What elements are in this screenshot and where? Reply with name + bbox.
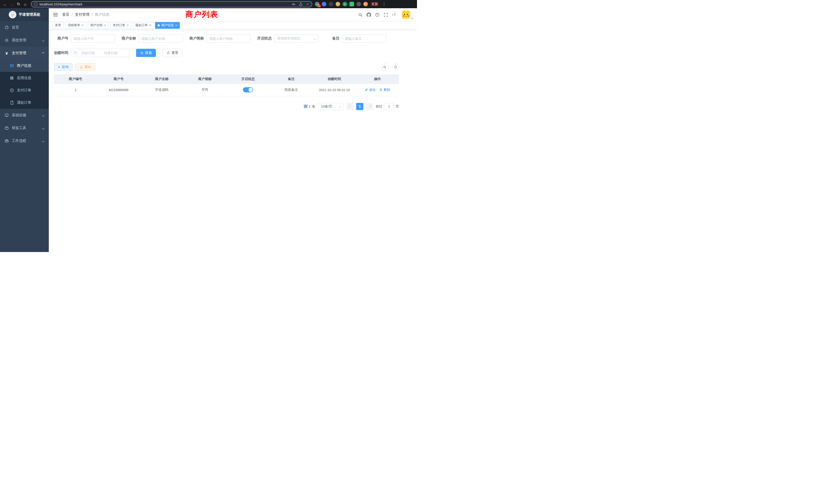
date-range-picker[interactable]: - [71, 49, 129, 57]
home-icon[interactable]: ⌂ [22, 1, 28, 7]
help-icon[interactable] [375, 12, 379, 17]
remark-input[interactable] [342, 35, 386, 43]
extension-icon-6[interactable] [349, 2, 354, 6]
browser-menu-icon[interactable]: ⋮ [381, 2, 387, 6]
sidebar-label: 应用信息 [17, 76, 31, 80]
bank-card-icon [10, 64, 14, 68]
prev-page-button[interactable] [346, 103, 354, 110]
filter-row-1: 商户号 商户全称 商户简称 开启状态 请选择开启状态 [54, 35, 399, 43]
key-icon[interactable] [292, 2, 296, 6]
sidebar-item-home[interactable]: 首页 [0, 21, 49, 34]
tab-user-group[interactable]: 用户分组× [88, 22, 109, 29]
payment-submenu: 商户信息 应用信息 支付订单 退款订单 [0, 60, 49, 109]
close-icon[interactable]: × [104, 24, 106, 27]
sidebar-item-pay-order[interactable]: 支付订单 [0, 84, 49, 96]
table-header-row: 商户编号 商户号 商户全称 商户简称 开启状态 备注 创建时间 操作 [54, 74, 399, 84]
tab-merchant-info[interactable]: 商户信息× [155, 22, 180, 29]
edit-link[interactable]: 修改 [365, 88, 376, 92]
delete-link-label: 删除 [383, 88, 390, 92]
tab-home[interactable]: 首页 [52, 22, 64, 29]
chevron-down-icon [313, 37, 316, 40]
app-logo[interactable]: 芋道管理系统 [0, 8, 49, 21]
sidebar-label: 支付管理 [12, 51, 26, 55]
merchant-no-input[interactable] [71, 35, 115, 43]
search-icon[interactable] [358, 12, 363, 17]
status-toggle[interactable] [243, 87, 253, 92]
breadcrumb-home[interactable]: 首页 [62, 12, 69, 17]
update-button[interactable]: 更新 [371, 2, 378, 6]
fullscreen-icon[interactable] [383, 12, 388, 17]
page-size-select[interactable]: 10条/页 [318, 103, 344, 110]
chevron-left-icon [349, 105, 351, 108]
close-icon[interactable]: × [127, 24, 129, 27]
tab-pay-order[interactable]: 支付订单× [110, 22, 131, 29]
reload-icon[interactable]: ↻ [16, 1, 22, 7]
page-number-1[interactable]: 1 [356, 103, 363, 110]
export-button[interactable]: 导出 [75, 63, 95, 71]
filter-remark: 备注 [325, 35, 386, 43]
browser-chrome: ← → ↻ ⌂ i localhost:1024/pay/merchant ☆ … [0, 0, 417, 8]
short-name-input[interactable] [206, 35, 250, 43]
sidebar-item-devtools[interactable]: 研发工具 [0, 122, 49, 135]
extension-icon-3[interactable] [329, 2, 333, 6]
sidebar-item-payment[interactable]: ¥ 支付管理 [0, 47, 49, 60]
field-label: 开启状态 [257, 36, 272, 41]
url-bar[interactable]: i localhost:1024/pay/merchant ☆ [31, 1, 312, 7]
close-icon[interactable]: × [149, 24, 151, 27]
tab-refund-order[interactable]: 退款订单× [133, 22, 154, 29]
sidebar-item-refund-order[interactable]: 退款订单 [0, 96, 49, 109]
cell-remark: 我是备注 [270, 84, 313, 96]
browser-window: ← → ↻ ⌂ i localhost:1024/pay/merchant ☆ … [0, 0, 417, 252]
search-button[interactable]: 搜索 [136, 49, 156, 57]
status-select[interactable]: 请选择开启状态 [274, 35, 319, 43]
bookmark-star-icon[interactable]: ☆ [306, 2, 309, 6]
start-date-input [79, 51, 97, 55]
goto-page-input[interactable] [384, 103, 394, 110]
total-prefix: 共 [304, 105, 308, 108]
extension-icon-4[interactable] [336, 2, 340, 6]
sidebar-item-workflow[interactable]: 工作流程 [0, 135, 49, 147]
svg-text:T: T [392, 14, 393, 17]
delete-link[interactable]: 删除 [379, 88, 390, 92]
back-icon[interactable]: ← [2, 1, 8, 7]
sidebar-item-merchant-info[interactable]: 商户信息 [0, 60, 49, 72]
full-name-input[interactable] [139, 35, 183, 43]
close-icon[interactable]: × [175, 24, 177, 27]
sidebar-item-app-info[interactable]: 应用信息 [0, 72, 49, 84]
search-icon [383, 65, 387, 69]
refresh-table-button[interactable] [392, 63, 399, 71]
share-icon[interactable] [299, 2, 303, 6]
add-button[interactable]: + 新增 [54, 63, 72, 71]
clock-order-icon [10, 88, 14, 92]
extension-icon-7[interactable] [356, 2, 361, 6]
tab-process-form[interactable]: 流程表单× [65, 22, 86, 29]
extension-icon-2[interactable] [322, 2, 326, 6]
user-menu[interactable] [402, 10, 413, 19]
next-page-button[interactable] [366, 103, 373, 110]
extension-icon-5[interactable]: ✓ [343, 2, 347, 6]
forward-icon[interactable]: → [9, 1, 15, 7]
breadcrumb-separator: / [72, 13, 73, 17]
font-size-icon[interactable]: TT [392, 12, 396, 17]
extension-icon-8[interactable] [363, 2, 368, 6]
breadcrumb-payment[interactable]: 支付管理 [75, 12, 89, 17]
main-area: 首页 / 支付管理 / 商户信息 TT [49, 8, 417, 252]
extension-badge: 10 [317, 5, 321, 7]
sidebar-label: 商户信息 [17, 63, 31, 68]
tab-label: 流程表单 [68, 23, 80, 27]
reset-button[interactable]: 重置 [162, 49, 182, 57]
sidebar-item-infra[interactable]: 基础设施 [0, 109, 49, 122]
tab-label: 退款订单 [135, 23, 148, 27]
reset-button-label: 重置 [172, 50, 178, 55]
info-icon[interactable]: i [34, 2, 38, 6]
sidebar-item-system[interactable]: 系统管理 [0, 34, 49, 47]
navbar-actions: TT [358, 10, 413, 19]
github-icon[interactable] [367, 12, 371, 17]
url-bar-actions: ☆ [292, 2, 309, 6]
extension-icon-1[interactable]: 10 [315, 2, 320, 6]
toggle-search-button[interactable] [381, 63, 388, 71]
close-icon[interactable]: × [82, 24, 84, 27]
navbar: 首页 / 支付管理 / 商户信息 TT [49, 8, 417, 21]
sidebar-fold-icon[interactable] [53, 12, 58, 17]
svg-text:T: T [394, 13, 396, 17]
